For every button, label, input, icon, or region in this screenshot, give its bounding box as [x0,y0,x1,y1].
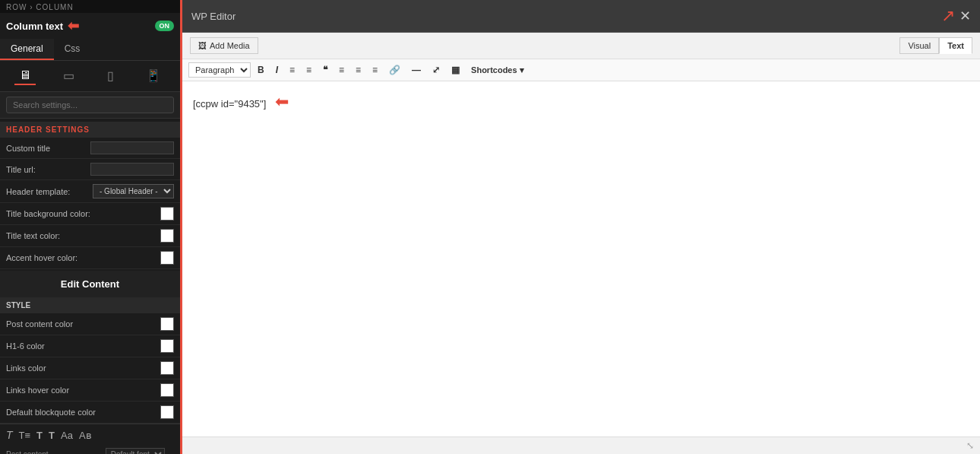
breadcrumb: row › column [0,0,180,13]
post-content-more-btn[interactable]: ... [168,450,174,454]
font-alt-icon: Aʙ [79,430,92,441]
blockquote-color-label: Default blockquote color [6,408,96,417]
post-content-font-label: Post content [6,450,49,454]
title-text-color-label: Title text color: [6,231,60,240]
toggle-on-badge[interactable]: ON [155,21,175,31]
align-right-button[interactable]: ≡ [368,62,382,78]
header-template-row: Header template: - Global Header - [0,180,180,203]
mobile-icon[interactable]: 📱 [141,67,166,85]
title-bg-color-swatch[interactable] [160,207,174,221]
left-panel: row › column Column text ⬅ ON General Cs… [0,0,182,454]
text-bold-icon: T [36,430,43,441]
links-hover-color-row: Links hover color [0,379,180,402]
wp-editor-panel: WP Editor ↗ ✕ 🖼 Add Media Visual Text Pa… [182,0,980,454]
arrow-indicator-title: ⬅ [68,17,79,34]
tab-css[interactable]: Css [54,39,91,60]
blockquote-button[interactable]: ❝ [318,62,332,78]
text-format-icon-2: T≡ [19,430,31,441]
fullscreen-button[interactable]: ⤢ [428,62,444,78]
device-icon-row: 🖥 ▭ ▯ 📱 [0,61,180,92]
resize-handle-icon[interactable]: ⤡ [966,440,974,451]
post-content-color-label: Post content color [6,319,73,329]
settings-list: HEADER SETTINGS Custom title Title url: … [0,119,180,454]
desktop-icon[interactable]: 🖥 [14,67,36,85]
wp-editor-title: WP Editor [191,11,236,22]
links-color-swatch[interactable] [160,361,174,375]
links-hover-color-label: Links hover color [6,386,69,395]
shortcode-value: [ccpw id="9435"] [193,98,266,110]
panel-title: Column text ⬅ [6,17,79,34]
ordered-list-button[interactable]: ≡ [302,62,316,78]
tabs-row: General Css [0,39,180,61]
links-color-row: Links color [0,357,180,379]
tablet-portrait-icon[interactable]: ▯ [103,67,119,85]
editor-format-bar: Paragraph B I ≡ ≡ ❝ ≡ ≡ ≡ 🔗 — ⤢ ▦ Shortc… [182,59,980,81]
editor-content-area[interactable]: [ccpw id="9435"] ⬅ [182,81,980,437]
tab-general[interactable]: General [0,39,54,60]
title-url-row: Title url: [0,159,180,180]
shortcodes-button[interactable]: Shortcodes ▾ [466,63,529,78]
edit-content-button[interactable]: Edit Content [0,271,180,297]
typography-icons-row: T T≡ T T Aa Aʙ [0,424,180,446]
tab-visual[interactable]: Visual [899,37,939,54]
wp-editor-top-toolbar: 🖼 Add Media Visual Text [182,33,980,59]
links-color-label: Links color [6,364,46,373]
title-bg-color-row: Title background color: [0,203,180,225]
blockquote-color-swatch[interactable] [160,405,174,419]
accent-hover-row: Accent hover color: [0,247,180,269]
editor-shortcode-text: [ccpw id="9435"] ⬅ [193,98,289,110]
header-template-select[interactable]: - Global Header - [93,184,174,198]
post-content-color-row: Post content color [0,313,180,335]
custom-title-row: Custom title [0,138,180,159]
add-media-icon: 🖼 [198,41,207,50]
shortcode-arrow-indicator: ⬅ [275,92,289,111]
post-content-font-select[interactable]: Default font [106,448,165,454]
accent-hover-label: Accent hover color: [6,253,77,262]
font-size-icon: Aa [61,430,73,441]
title-row: Column text ⬅ ON [0,13,180,39]
search-row [0,92,180,119]
title-bg-color-label: Title background color: [6,209,90,218]
hrule-button[interactable]: — [407,62,425,78]
post-content-color-swatch[interactable] [160,317,174,331]
breadcrumb-text: row › column [6,3,74,11]
h1-6-color-row: H1-6 color [0,335,180,357]
title-text-color-swatch[interactable] [160,229,174,243]
table-button[interactable]: ▦ [447,62,464,78]
bold-button[interactable]: B [253,62,269,78]
close-arrow-icon: ↗ [941,6,955,26]
links-hover-color-swatch[interactable] [160,383,174,397]
style-label: STYLE [0,297,180,313]
italic-button[interactable]: I [271,62,283,78]
text-format-icon-1: T [6,429,13,441]
accent-hover-swatch[interactable] [160,251,174,265]
header-template-label: Header template: [6,187,70,196]
editor-bottom-bar: ⤡ [182,437,980,454]
close-button[interactable]: ✕ [959,9,971,23]
custom-title-input[interactable] [90,141,174,154]
text-heavy-icon: T [49,430,55,441]
add-media-label: Add Media [210,41,250,50]
blockquote-color-row: Default blockquote color [0,402,180,424]
link-button[interactable]: 🔗 [384,62,405,78]
tablet-icon[interactable]: ▭ [58,67,79,85]
tab-text[interactable]: Text [939,37,972,54]
add-media-button[interactable]: 🖼 Add Media [190,37,258,54]
align-left-button[interactable]: ≡ [334,62,349,78]
h1-6-color-swatch[interactable] [160,339,174,353]
search-input[interactable] [6,97,174,113]
title-url-input[interactable] [90,163,174,176]
post-content-font-row: Post content Default font ... [0,446,180,454]
title-url-label: Title url: [6,165,36,174]
unordered-list-button[interactable]: ≡ [285,62,299,78]
panel-title-text: Column text [6,21,63,32]
visual-text-tabs: Visual Text [899,37,972,54]
custom-title-label: Custom title [6,144,50,153]
h1-6-color-label: H1-6 color [6,341,45,351]
title-text-color-row: Title text color: [0,225,180,247]
paragraph-select[interactable]: Paragraph [188,62,251,78]
header-settings-label: HEADER SETTINGS [0,122,180,138]
align-center-button[interactable]: ≡ [351,62,365,78]
wp-editor-header: WP Editor ↗ ✕ [182,0,980,33]
